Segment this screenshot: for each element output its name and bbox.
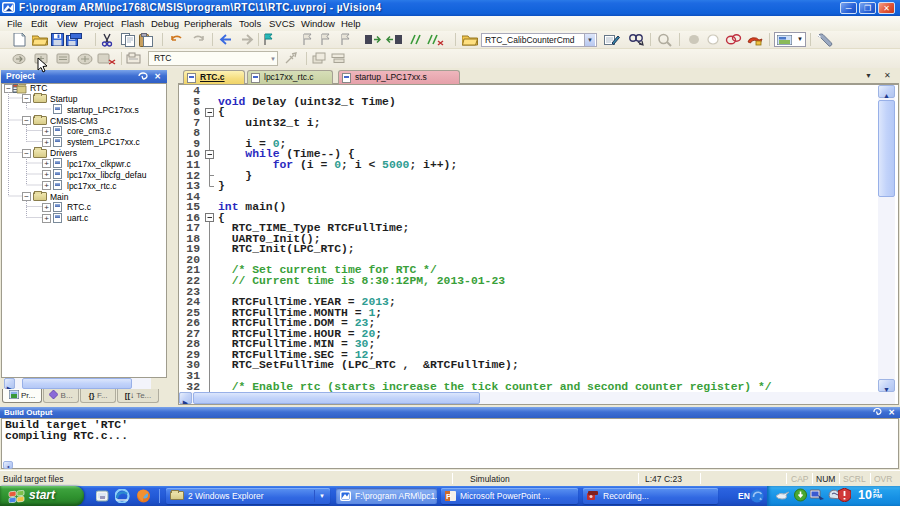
svg-text:P: P bbox=[446, 492, 452, 501]
